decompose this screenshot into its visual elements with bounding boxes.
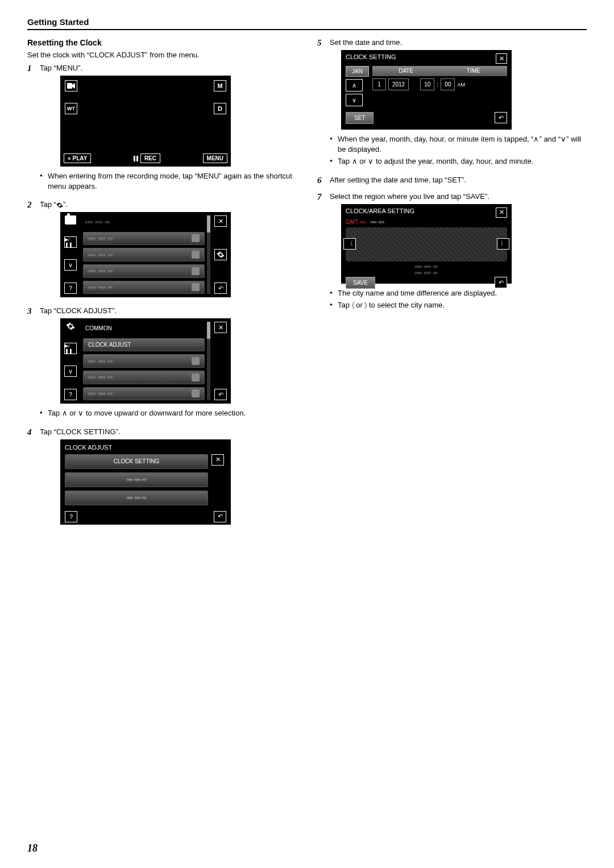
close-icon[interactable]: ✕ (496, 207, 507, 218)
help-icon[interactable]: ? (64, 283, 77, 294)
step-5-note-2: Tap ∧ or ∨ to adjust the year, month, da… (330, 156, 587, 167)
year-value[interactable]: 2012 (388, 78, 409, 90)
month-tab[interactable]: JAN (346, 66, 369, 77)
menu-item[interactable]: ▪▪▪ ▪▪▪ ▪▪ (83, 232, 205, 246)
world-map (346, 227, 507, 261)
prev-region-icon[interactable]: 〈 (343, 238, 356, 250)
step-number: 6 (317, 176, 330, 188)
scrollbar[interactable] (207, 322, 210, 400)
screen-area-setting: CLOCK/AREA SETTING ✕ GMT ▪▪▪ ▪▪▪ ▪▪▪ 〈 〉… (341, 204, 512, 284)
section-subhead: Resetting the Clock (27, 38, 297, 47)
menu-button[interactable]: MENU (203, 153, 227, 163)
menu-item[interactable]: ▪▪▪ ▪▪▪ ▪▪ (65, 472, 208, 487)
step-1-text: Tap “MENU”. (40, 64, 297, 72)
step-7-text: Select the region where you live and tap… (330, 192, 587, 201)
menu-title: COMMON (83, 322, 205, 335)
page-number: 18 (27, 842, 38, 854)
screen-shortcut-menu: ▶/❚❚ ∨ ? ▪▪▪ ▪▪▪ ▪▪ ▪▪▪ ▪▪▪ ▪▪ ▪▪▪ ▪▪▪ ▪… (60, 212, 231, 297)
back-icon[interactable]: ↶ (495, 277, 507, 288)
date-label: DATE (372, 66, 440, 76)
menu-item[interactable]: ▪▪▪ ▪▪▪ ▪▪ (83, 387, 205, 401)
step-1-note: When entering from the recording mode, t… (40, 171, 297, 191)
screen-title: CLOCK ADJUST (65, 444, 226, 451)
ampm-label: AM (457, 82, 465, 88)
set-button[interactable]: SET (346, 112, 374, 124)
step-4-text: Tap “CLOCK SETTING”. (40, 427, 297, 436)
video-mode-icon[interactable] (65, 215, 76, 225)
m-button[interactable]: M (214, 80, 226, 92)
time-colon: : (437, 81, 438, 88)
screen-clock-adjust: CLOCK ADJUST CLOCK SETTING ▪▪▪ ▪▪▪ ▪▪ ▪▪… (60, 439, 231, 525)
screen-title: CLOCK/AREA SETTING (346, 207, 414, 218)
menu-item[interactable]: ▪▪▪ ▪▪▪ ▪▪ (65, 491, 208, 505)
time-label: TIME (439, 66, 507, 76)
clock-adjust-item[interactable]: CLOCK ADJUST (83, 338, 205, 352)
menu-item[interactable]: ▪▪▪ ▪▪▪ ▪▪ (83, 354, 205, 368)
play-pause-icon[interactable]: ▶/❚❚ (64, 343, 77, 354)
city-placeholder: ▪▪▪ ▪▪▪ ▪▪▪▪▪ ▪▪▪ ▪▪ (346, 264, 507, 277)
back-icon[interactable]: ↶ (495, 112, 507, 123)
down-arrow-icon[interactable]: ∨ (64, 259, 77, 271)
step-number: 2 (27, 200, 40, 302)
rec-button[interactable]: REC (140, 153, 160, 163)
down-arrow-icon[interactable]: ∨ (346, 94, 363, 106)
intro-text: Set the clock with “CLOCK ADJUST” from t… (27, 51, 297, 59)
next-region-icon[interactable]: 〉 (497, 238, 509, 250)
step-number: 4 (27, 427, 40, 529)
close-icon[interactable]: ✕ (496, 53, 507, 64)
step-2-text: Tap “”. (40, 200, 297, 209)
step-6-text: After setting the date and time, tap “SE… (330, 176, 587, 184)
menu-item[interactable]: ▪▪▪ ▪▪▪ ▪▪ (83, 371, 205, 384)
svg-rect-0 (67, 83, 72, 89)
step-number: 3 (27, 306, 40, 423)
day-value[interactable]: 1 (372, 78, 386, 90)
back-icon[interactable]: ↶ (214, 283, 227, 294)
scrollbar[interactable] (207, 215, 210, 294)
save-button[interactable]: SAVE (346, 277, 375, 289)
close-icon[interactable]: ✕ (214, 215, 227, 227)
clock-setting-item[interactable]: CLOCK SETTING (65, 454, 208, 469)
up-arrow-icon[interactable]: ∧ (346, 79, 363, 92)
d-button[interactable]: D (214, 103, 226, 114)
menu-title-row: ▪▪▪ ▪▪▪ ▪▪ (83, 215, 205, 229)
step-number: 1 (27, 64, 40, 196)
back-icon[interactable]: ↶ (214, 511, 226, 522)
play-pause-icon[interactable]: ▶/❚❚ (64, 236, 77, 248)
gear-icon (66, 322, 75, 331)
step-number: 7 (317, 192, 330, 315)
step-3-note: Tap ∧ or ∨ to move upward or downward fo… (40, 408, 297, 418)
gear-icon[interactable] (214, 249, 227, 260)
gear-icon (56, 202, 63, 209)
wt-zoom-button[interactable]: WT (65, 103, 77, 114)
minute-value[interactable]: 00 (441, 78, 455, 90)
play-button[interactable]: «PLAY (64, 153, 91, 163)
menu-item[interactable]: ▪▪▪ ▪▪▪ ▪▪ (83, 264, 205, 278)
close-icon[interactable]: ✕ (211, 454, 224, 466)
down-arrow-icon[interactable]: ∨ (64, 366, 77, 377)
step-7-note-2: Tap 〈 or 〉 to select the city name. (330, 300, 587, 310)
close-icon[interactable]: ✕ (214, 322, 227, 333)
gmt-label: GMT ▪▪▪ ▪▪▪ ▪▪▪ (346, 219, 507, 225)
video-mode-icon[interactable] (65, 80, 77, 92)
menu-item[interactable]: ▪▪▪ ▪▪▪ ▪▪ (83, 248, 205, 261)
step-3-text: Tap “CLOCK ADJUST”. (40, 306, 297, 315)
help-icon[interactable]: ? (64, 389, 77, 400)
screen-clock-setting: CLOCK SETTING ✕ JAN ∧ ∨ DATE TIME (341, 50, 512, 130)
step-number: 5 (317, 38, 330, 171)
step-5-note-1: When the year, month, day, hour, or minu… (330, 134, 587, 154)
screen-common-menu: ▶/❚❚ ∨ ? COMMON CLOCK ADJUST ▪▪▪ ▪▪▪ ▪▪ … (60, 318, 231, 404)
screen-title: CLOCK SETTING (346, 53, 396, 64)
menu-item[interactable]: ▪▪▪ ▪▪▪ ▪▪ (83, 281, 205, 294)
step-5-text: Set the date and time. (330, 38, 587, 47)
screen-recording: M WT D «PLAY REC MENU (60, 76, 231, 167)
pause-icon (134, 156, 138, 161)
hour-value[interactable]: 10 (420, 78, 434, 90)
step-7-note-1: The city name and time difference are di… (330, 288, 587, 298)
page-header: Getting Started (27, 17, 587, 30)
help-icon[interactable]: ? (65, 511, 77, 522)
back-icon[interactable]: ↶ (214, 389, 227, 400)
